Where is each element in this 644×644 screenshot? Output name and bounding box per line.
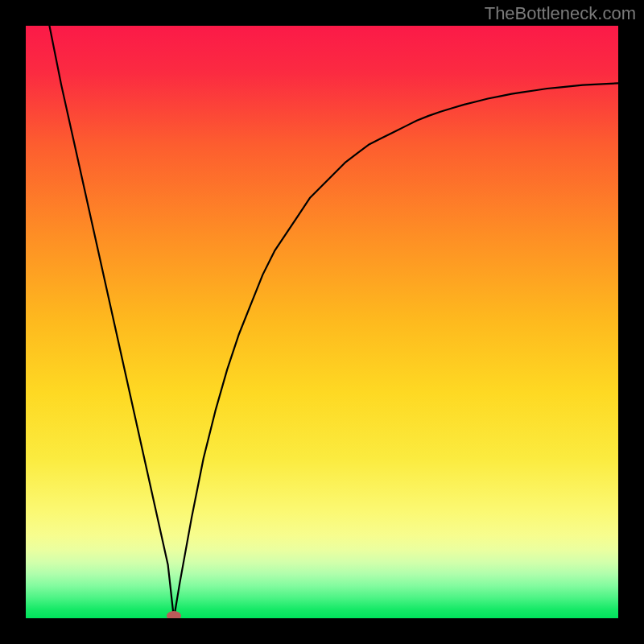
watermark-text: TheBottleneck.com (485, 3, 636, 24)
chart-frame: TheBottleneck.com (0, 0, 644, 644)
chart-plot-area (26, 26, 618, 618)
chart-svg (26, 26, 618, 618)
